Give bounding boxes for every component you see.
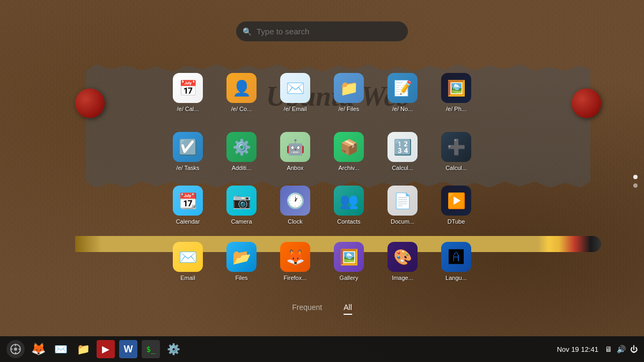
app-icon-emoji-e-photos: 🖼️: [447, 79, 466, 97]
app-icon-dtube[interactable]: ▶️ DTube: [432, 182, 480, 228]
app-icon-anbox[interactable]: 🤖 Anbox: [271, 129, 319, 174]
app-icon-label-archive: Archiv...: [339, 165, 360, 171]
svg-point-5: [19, 349, 20, 350]
app-icon-label-e-email: /e/ Email: [284, 106, 307, 112]
app-icon-emoji-additional: ⚙️: [232, 138, 251, 156]
app-icon-label-e-calendar: /e/ Cal...: [177, 106, 199, 112]
red-pin-right: [572, 88, 601, 118]
app-icon-emoji-e-contacts: 👤: [232, 79, 251, 97]
app-icon-emoji-documents: 📄: [393, 192, 412, 210]
app-icon-img-e-tasks: ☑️: [173, 132, 203, 162]
app-icon-firefox[interactable]: 🦊 Firefox...: [271, 239, 319, 284]
search-container: 🔍: [236, 21, 408, 41]
app-icon-imagepipe[interactable]: 🎨 Image...: [378, 239, 427, 284]
bottom-tabs: Frequent All: [292, 303, 352, 315]
app-icon-img-e-email: ✉️: [280, 73, 310, 103]
app-icon-emoji-email: ✉️: [179, 248, 197, 266]
app-icon-img-e-photos: 🖼️: [441, 73, 471, 103]
app-row-1: 📅 /e/ Cal... 👤 /e/ Co... ✉️ /e/ Email 📁 …: [164, 70, 480, 115]
app-icon-e-notes[interactable]: 📝 /e/ No...: [378, 70, 427, 115]
app-icon-emoji-language: 🅰: [449, 248, 464, 266]
scroll-dot-1[interactable]: [633, 175, 638, 179]
app-icon-emoji-e-tasks: ☑️: [179, 138, 197, 156]
scroll-dot-2[interactable]: [633, 183, 638, 188]
search-input[interactable]: [236, 21, 408, 41]
app-icon-emoji-contacts: 👥: [340, 192, 358, 210]
app-icon-img-anbox: 🤖: [280, 132, 310, 162]
app-icon-img-e-calendar: 📅: [173, 73, 203, 103]
app-icon-emoji-clock: 🕐: [286, 192, 305, 210]
search-icon: 🔍: [243, 27, 252, 36]
app-icon-camera[interactable]: 📷 Camera: [217, 182, 266, 228]
app-icon-emoji-anbox: 🤖: [286, 138, 305, 156]
app-icon-e-calendar[interactable]: 📅 /e/ Cal...: [164, 70, 212, 115]
app-icon-calendar[interactable]: 📆 Calendar: [164, 182, 212, 228]
app-icon-label-e-notes: /e/ No...: [392, 106, 413, 112]
app-icon-e-files[interactable]: 📁 /e/ Files: [325, 70, 373, 115]
launcher-icon: [10, 344, 21, 354]
taskbar-files[interactable]: 📁: [74, 340, 92, 358]
app-icon-emoji-firefox: 🦊: [286, 248, 305, 266]
tab-frequent[interactable]: Frequent: [292, 303, 322, 315]
app-icon-img-archive: 📦: [334, 132, 364, 162]
app-icon-img-additional: ⚙️: [226, 132, 257, 162]
app-icon-emoji-calculator2: ➕: [447, 138, 466, 156]
app-icon-img-clock: 🕐: [280, 186, 310, 216]
app-icon-files[interactable]: 📂 Files: [217, 239, 266, 284]
svg-point-4: [11, 349, 13, 350]
taskbar-launcher[interactable]: [6, 340, 25, 358]
app-icon-e-photos[interactable]: 🖼️ /e/ Ph...: [432, 70, 480, 115]
app-icon-gallery[interactable]: 🖼️ Gallery: [325, 239, 373, 284]
taskbar-firefox[interactable]: 🦊: [29, 340, 47, 358]
app-icon-img-e-files: 📁: [334, 73, 364, 103]
app-icon-img-camera: 📷: [226, 186, 257, 216]
app-icon-img-email: ✉️: [173, 242, 203, 272]
app-icon-img-files: 📂: [226, 242, 257, 272]
taskbar-settings[interactable]: ⚙️: [164, 340, 182, 358]
app-row-2: 📆 Calendar 📷 Camera 🕐 Clock 👥 Contacts: [164, 182, 480, 228]
app-icon-emoji-camera: 📷: [232, 192, 251, 210]
app-icon-e-email[interactable]: ✉️ /e/ Email: [271, 70, 319, 115]
app-icon-contacts[interactable]: 👥 Contacts: [325, 182, 373, 228]
app-icon-img-gallery: 🖼️: [334, 242, 364, 272]
taskbar-media[interactable]: ▶: [97, 340, 115, 358]
app-icon-img-contacts: 👥: [334, 186, 364, 216]
app-icon-calculator1[interactable]: 🔢 Calcul...: [378, 129, 427, 174]
app-icon-label-documents: Docum...: [391, 218, 414, 225]
app-icon-img-imagepipe: 🎨: [387, 242, 418, 272]
app-icon-img-calculator1: 🔢: [387, 132, 418, 162]
app-icon-label-calculator2: Calcul...: [445, 165, 467, 171]
taskbar-email[interactable]: ✉️: [52, 340, 70, 358]
app-icon-additional[interactable]: ⚙️ Additi...: [217, 129, 266, 174]
app-icon-emoji-calculator1: 🔢: [393, 138, 412, 156]
app-icon-emoji-imagepipe: 🎨: [393, 248, 412, 266]
volume-icon[interactable]: 🔊: [617, 345, 626, 353]
tab-all[interactable]: All: [343, 303, 352, 315]
taskbar-sys-icons: 🖥 🔊 ⏻: [605, 345, 638, 353]
power-icon[interactable]: ⏻: [630, 345, 638, 353]
app-icon-calculator2[interactable]: ➕ Calcul...: [432, 129, 480, 174]
taskbar-terminal[interactable]: $_: [142, 340, 160, 358]
app-icon-archive[interactable]: 📦 Archiv...: [325, 129, 373, 174]
app-icon-e-contacts[interactable]: 👤 /e/ Co...: [217, 70, 266, 115]
app-row-3: ✉️ Email 📂 Files 🦊 Firefox... 🖼️ Gallery: [164, 239, 480, 284]
app-icon-img-dtube: ▶️: [441, 186, 471, 216]
app-icon-emoji-archive: 📦: [340, 138, 358, 156]
app-icon-language[interactable]: 🅰 Langu...: [432, 239, 480, 284]
app-icon-documents[interactable]: 📄 Docum...: [378, 182, 427, 228]
taskbar-word[interactable]: W: [119, 340, 137, 358]
screen-icon[interactable]: 🖥: [605, 345, 612, 353]
app-icon-label-imagepipe: Image...: [392, 275, 413, 281]
app-icon-clock[interactable]: 🕐 Clock: [271, 182, 319, 228]
app-icon-img-language: 🅰: [441, 242, 471, 272]
app-icon-emoji-dtube: ▶️: [447, 192, 466, 210]
taskbar-right: Nov 19 12:41 🖥 🔊 ⏻: [557, 345, 638, 353]
app-icon-email[interactable]: ✉️ Email: [164, 239, 212, 284]
svg-point-1: [14, 348, 17, 351]
app-icon-label-firefox: Firefox...: [284, 275, 307, 281]
app-icon-e-tasks[interactable]: ☑️ /e/ Tasks: [164, 129, 212, 174]
app-row-1b: ☑️ /e/ Tasks ⚙️ Additi... 🤖 Anbox 📦 Arch…: [164, 129, 480, 174]
app-icon-img-calculator2: ➕: [441, 132, 471, 162]
app-icon-emoji-e-email: ✉️: [286, 79, 305, 97]
app-icon-label-additional: Additi...: [232, 165, 252, 171]
